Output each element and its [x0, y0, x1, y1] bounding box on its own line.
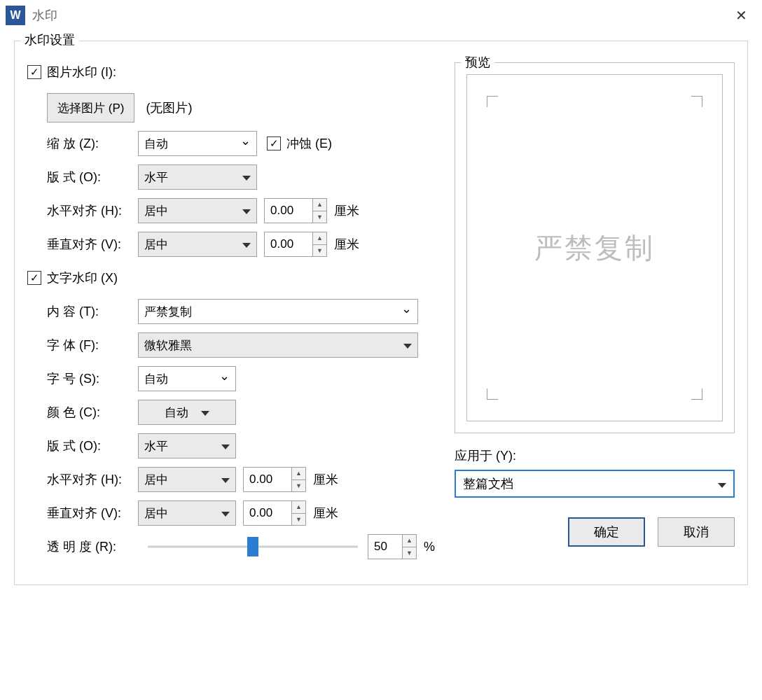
apply-label: 应用于 (Y):: [455, 447, 735, 464]
pic-valign-combo[interactable]: 居中: [138, 232, 257, 257]
text-halign-value: 居中: [144, 472, 168, 488]
color-value: 自动: [165, 405, 188, 421]
select-picture-button[interactable]: 选择图片 (P): [47, 93, 134, 122]
spin-down-icon[interactable]: ▼: [313, 245, 326, 257]
apply-to-value: 整篇文档: [463, 475, 513, 492]
caret-down-icon: [201, 405, 209, 419]
font-combo[interactable]: 微软雅黑: [138, 332, 418, 358]
apply-to-select[interactable]: 整篇文档: [455, 470, 735, 498]
title-bar: W 水印 ✕: [0, 0, 762, 31]
text-valign-value: 居中: [144, 505, 168, 522]
font-value: 微软雅黑: [144, 337, 192, 354]
preview-group: 预览 严禁复制: [455, 62, 735, 433]
close-icon[interactable]: ✕: [726, 0, 756, 31]
color-combo[interactable]: 自动: [138, 400, 236, 425]
opacity-unit: %: [424, 540, 435, 554]
pic-valign-offset-value: 0.00: [270, 237, 293, 251]
pic-halign-offset-spinner[interactable]: 0.00 ▲▼: [264, 198, 327, 223]
caret-down-icon: [242, 237, 251, 251]
text-valign-unit: 厘米: [313, 505, 338, 522]
text-halign-unit: 厘米: [313, 471, 338, 488]
opacity-label: 透 明 度 (R):: [47, 538, 138, 555]
preview-title: 预览: [461, 54, 494, 71]
spin-up-icon[interactable]: ▲: [313, 232, 326, 245]
font-label: 字 体 (F):: [47, 337, 138, 354]
pic-layout-combo[interactable]: 水平: [138, 164, 257, 190]
app-icon: W: [6, 6, 25, 25]
text-layout-combo[interactable]: 水平: [138, 433, 236, 458]
washout-label: 冲蚀 (E): [286, 135, 332, 152]
caret-down-icon: [221, 506, 230, 520]
text-watermark-checkbox[interactable]: [27, 271, 41, 285]
pic-valign-unit: 厘米: [334, 236, 359, 253]
ok-button[interactable]: 确定: [568, 517, 645, 547]
text-valign-combo[interactable]: 居中: [138, 500, 236, 526]
text-valign-offset-spinner[interactable]: 0.00 ▲▼: [243, 500, 306, 526]
spin-down-icon[interactable]: ▼: [292, 480, 305, 492]
caret-down-icon: [403, 338, 412, 352]
scale-value: 自动: [144, 136, 168, 152]
crop-mark-icon: [691, 96, 702, 107]
crop-mark-icon: [487, 388, 498, 400]
caret-down-icon: [718, 477, 726, 491]
content-combo[interactable]: 严禁复制: [138, 299, 418, 324]
size-value: 自动: [144, 371, 168, 387]
pic-halign-unit: 厘米: [334, 202, 359, 219]
chevron-down-icon: [240, 136, 251, 151]
cancel-button[interactable]: 取消: [658, 517, 735, 547]
window-title: 水印: [32, 7, 57, 24]
settings-group: 水印设置 图片水印 (I): 选择图片 (P) (无图片) 缩 放 (Z): 自…: [14, 41, 748, 585]
preview-page: 严禁复制: [466, 74, 723, 421]
text-layout-label: 版 式 (O):: [47, 438, 138, 454]
size-combo[interactable]: 自动: [138, 366, 236, 391]
spin-down-icon[interactable]: ▼: [403, 547, 416, 559]
pic-halign-value: 居中: [144, 203, 168, 219]
spin-up-icon[interactable]: ▲: [292, 501, 305, 514]
no-image-text: (无图片): [146, 99, 192, 116]
caret-down-icon: [242, 204, 251, 218]
chevron-down-icon: [401, 304, 412, 319]
picture-watermark-label: 图片水印 (I):: [47, 64, 116, 80]
caret-down-icon: [221, 472, 230, 486]
spin-up-icon[interactable]: ▲: [313, 199, 326, 211]
text-watermark-label: 文字水印 (X): [47, 270, 118, 286]
spin-up-icon[interactable]: ▲: [292, 468, 305, 480]
preview-watermark-text: 严禁复制: [534, 229, 655, 267]
text-valign-offset-value: 0.00: [249, 506, 272, 520]
scale-label: 缩 放 (Z):: [47, 135, 138, 152]
pic-layout-label: 版 式 (O):: [47, 169, 138, 186]
settings-group-title: 水印设置: [20, 31, 79, 48]
picture-watermark-checkbox[interactable]: [27, 65, 41, 79]
text-halign-combo[interactable]: 居中: [138, 467, 236, 492]
spin-down-icon[interactable]: ▼: [313, 211, 326, 223]
spin-up-icon[interactable]: ▲: [403, 535, 416, 547]
slider-thumb[interactable]: [247, 537, 258, 556]
chevron-down-icon: [219, 371, 230, 386]
pic-valign-value: 居中: [144, 237, 168, 253]
caret-down-icon: [242, 170, 251, 184]
content-label: 内 容 (T):: [47, 303, 138, 320]
text-halign-label: 水平对齐 (H):: [47, 471, 138, 488]
color-label: 颜 色 (C):: [47, 404, 138, 421]
scale-combo[interactable]: 自动: [138, 131, 257, 156]
text-halign-offset-value: 0.00: [249, 472, 272, 486]
text-halign-offset-spinner[interactable]: 0.00 ▲▼: [243, 467, 306, 492]
text-layout-value: 水平: [144, 438, 168, 454]
pic-halign-combo[interactable]: 居中: [138, 198, 257, 223]
opacity-spinner[interactable]: 50 ▲▼: [368, 534, 417, 559]
opacity-value: 50: [374, 540, 387, 554]
text-valign-label: 垂直对齐 (V):: [47, 505, 138, 522]
size-label: 字 号 (S):: [47, 370, 138, 387]
pic-layout-value: 水平: [144, 169, 168, 186]
pic-valign-offset-spinner[interactable]: 0.00 ▲▼: [264, 232, 327, 257]
pic-halign-label: 水平对齐 (H):: [47, 202, 138, 219]
caret-down-icon: [221, 439, 230, 453]
washout-checkbox[interactable]: [267, 136, 281, 150]
spin-down-icon[interactable]: ▼: [292, 514, 305, 526]
crop-mark-icon: [487, 96, 498, 107]
pic-valign-label: 垂直对齐 (V):: [47, 236, 138, 253]
opacity-slider[interactable]: [148, 542, 358, 552]
crop-mark-icon: [691, 388, 702, 400]
pic-halign-offset-value: 0.00: [270, 204, 293, 218]
content-value: 严禁复制: [144, 304, 192, 320]
